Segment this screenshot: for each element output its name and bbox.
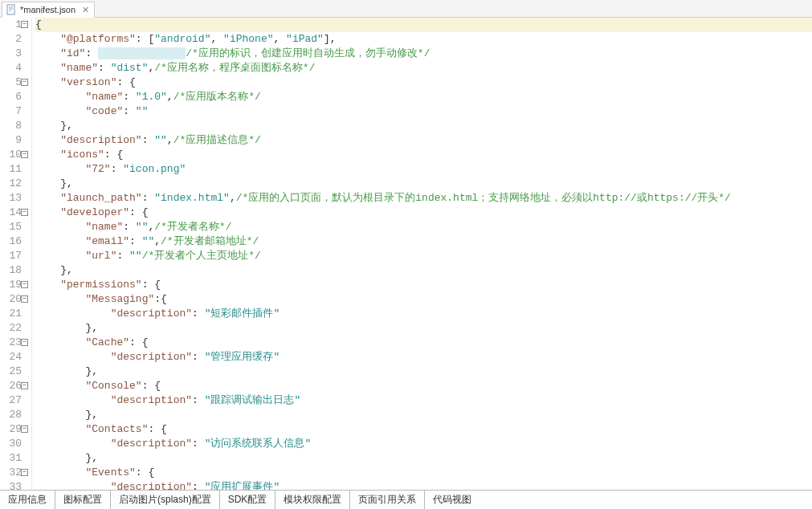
line-number: 11	[0, 162, 28, 177]
line-number: 24	[0, 350, 28, 364]
code-line[interactable]: "72": "icon.png"	[35, 162, 812, 177]
line-number: 10−	[0, 148, 28, 162]
fold-toggle-icon[interactable]: −	[21, 382, 28, 389]
code-line[interactable]: "developer": {	[35, 206, 812, 220]
line-number: 29−	[0, 422, 28, 437]
code-line[interactable]: "description": "管理应用缓存"	[35, 350, 812, 364]
code-line[interactable]: "Events": {	[35, 466, 812, 480]
bottom-tab-5[interactable]: 页面引用关系	[350, 490, 425, 509]
line-number: 18	[0, 263, 28, 278]
code-line[interactable]: "id": " redacted "/*应用的标识，创建应用时自动生成，勿手动修…	[35, 47, 812, 61]
fold-toggle-icon[interactable]: −	[21, 79, 28, 86]
line-number: 28	[0, 408, 28, 422]
line-number: 25	[0, 364, 28, 379]
code-line[interactable]: "Messaging":{	[35, 292, 812, 307]
code-line[interactable]: "name": "dist",/*应用名称，程序桌面图标名称*/	[35, 61, 812, 75]
line-number: 22	[0, 321, 28, 336]
line-number: 9	[0, 133, 28, 148]
line-number: 3	[0, 47, 28, 61]
code-line[interactable]: "launch_path": "index.html",/*应用的入口页面，默认…	[35, 191, 812, 206]
code-line[interactable]: },	[35, 177, 812, 191]
line-gutter: 1−2345−678910−11121314−1516171819−20−212…	[0, 18, 32, 490]
code-line[interactable]: "Cache": {	[35, 336, 812, 350]
json-file-icon	[6, 4, 17, 15]
bottom-tab-3[interactable]: SDK配置	[220, 490, 276, 509]
line-number: 27	[0, 393, 28, 408]
bottom-tab-0[interactable]: 应用信息	[0, 490, 55, 509]
code-line[interactable]: "version": {	[35, 75, 812, 90]
fold-toggle-icon[interactable]: −	[21, 151, 28, 158]
line-number: 6	[0, 90, 28, 104]
code-line[interactable]: "name": "1.0",/*应用版本名称*/	[35, 90, 812, 104]
code-line[interactable]: "Console": {	[35, 379, 812, 393]
code-line[interactable]: },	[35, 263, 812, 278]
line-number: 5−	[0, 75, 28, 90]
fold-toggle-icon[interactable]: −	[21, 295, 28, 303]
fold-toggle-icon[interactable]: −	[21, 426, 28, 433]
editor-tab-manifest[interactable]: *manifest.json ✕	[2, 2, 95, 18]
code-line[interactable]: "description": "跟踪调试输出日志"	[35, 393, 812, 408]
code-line[interactable]: "description": "短彩邮件插件"	[35, 307, 812, 321]
code-line[interactable]: "description": "",/*应用描述信息*/	[35, 133, 812, 148]
code-line[interactable]: "name": "",/*开发者名称*/	[35, 220, 812, 234]
line-number: 21	[0, 307, 28, 321]
code-line[interactable]: },	[35, 451, 812, 466]
line-number: 12	[0, 177, 28, 191]
line-number: 16	[0, 234, 28, 249]
line-number: 7	[0, 104, 28, 119]
code-line[interactable]: "description": "应用扩展事件"	[35, 480, 812, 490]
bottom-tab-6[interactable]: 代码视图	[425, 490, 479, 509]
code-line[interactable]: {	[35, 18, 812, 32]
fold-toggle-icon[interactable]: −	[21, 339, 28, 346]
fold-toggle-icon[interactable]: −	[21, 469, 28, 476]
line-number: 23−	[0, 336, 28, 350]
line-number: 14−	[0, 206, 28, 220]
code-line[interactable]: "Contacts": {	[35, 422, 812, 437]
code-line[interactable]: "code": ""	[35, 104, 812, 119]
code-line[interactable]: "@platforms": ["android", "iPhone", "iPa…	[35, 32, 812, 47]
fold-toggle-icon[interactable]: −	[21, 281, 28, 288]
bottom-tab-2[interactable]: 启动图片(splash)配置	[111, 490, 220, 509]
line-number: 4	[0, 61, 28, 75]
code-line[interactable]: },	[35, 364, 812, 379]
line-number: 19−	[0, 278, 28, 292]
code-line[interactable]: },	[35, 119, 812, 133]
line-number: 2	[0, 32, 28, 47]
line-number: 1−	[0, 18, 28, 32]
code-line[interactable]: "permissions": {	[35, 278, 812, 292]
code-line[interactable]: "icons": {	[35, 148, 812, 162]
code-line[interactable]: },	[35, 408, 812, 422]
line-number: 32−	[0, 466, 28, 480]
bottom-tab-4[interactable]: 模块权限配置	[275, 490, 350, 509]
code-line[interactable]: },	[35, 321, 812, 336]
code-line[interactable]: "description": "访问系统联系人信息"	[35, 437, 812, 451]
fold-toggle-icon[interactable]: −	[21, 209, 28, 216]
line-number: 8	[0, 119, 28, 133]
line-number: 15	[0, 220, 28, 234]
code-area[interactable]: { "@platforms": ["android", "iPhone", "i…	[32, 18, 812, 490]
close-icon[interactable]: ✕	[82, 5, 89, 15]
line-number: 30	[0, 437, 28, 451]
editor-tab-label: *manifest.json	[20, 5, 75, 14]
bottom-tab-bar: 应用信息图标配置启动图片(splash)配置SDK配置模块权限配置页面引用关系代…	[0, 490, 812, 509]
editor-tab-bar: *manifest.json ✕	[0, 0, 812, 18]
line-number: 33	[0, 480, 28, 490]
line-number: 17	[0, 249, 28, 263]
bottom-tab-1[interactable]: 图标配置	[55, 490, 111, 509]
code-editor[interactable]: 1−2345−678910−11121314−1516171819−20−212…	[0, 18, 812, 490]
code-line[interactable]: "url": ""/*开发者个人主页地址*/	[35, 249, 812, 263]
line-number: 31	[0, 451, 28, 466]
code-line[interactable]: "email": "",/*开发者邮箱地址*/	[35, 234, 812, 249]
line-number: 26−	[0, 379, 28, 393]
line-number: 13	[0, 191, 28, 206]
svg-rect-0	[7, 5, 14, 14]
line-number: 20−	[0, 292, 28, 307]
fold-toggle-icon[interactable]: −	[21, 21, 28, 28]
